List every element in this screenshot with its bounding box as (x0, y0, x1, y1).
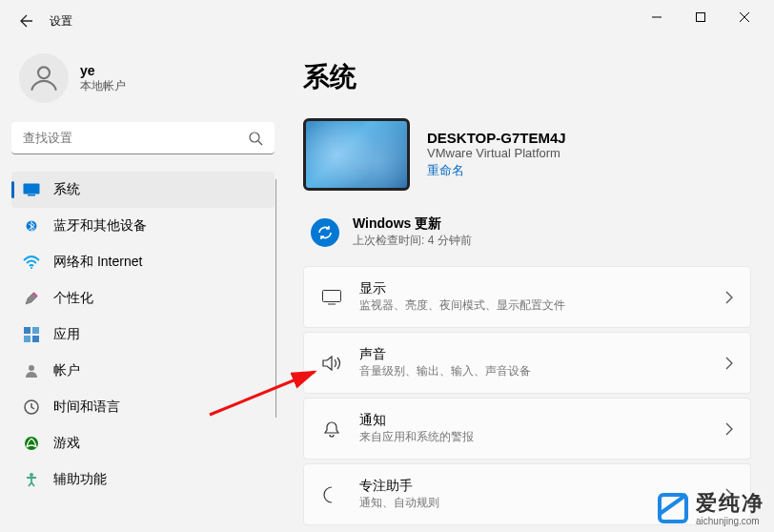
card-notifications[interactable]: 通知 来自应用和系统的警报 (303, 398, 751, 460)
sidebar-item-accessibility[interactable]: 辅助功能 (11, 461, 275, 498)
nav-label: 网络和 Internet (53, 254, 142, 271)
nav-label: 系统 (53, 181, 80, 198)
sidebar-item-accounts[interactable]: 帐户 (11, 353, 275, 389)
accounts-icon (23, 362, 40, 379)
device-platform: VMware Virtual Platform (427, 146, 566, 160)
focus-icon (321, 486, 342, 503)
app-title: 设置 (50, 13, 72, 30)
card-subtitle: 音量级别、输出、输入、声音设备 (359, 363, 708, 379)
svg-point-13 (29, 365, 34, 371)
close-button[interactable] (723, 2, 766, 32)
main-content: 系统 DESKTOP-G7TEM4J VMware Virtual Platfo… (286, 42, 774, 532)
watermark-text-cn: 爱纯净 (696, 489, 764, 518)
search-box[interactable] (11, 122, 275, 154)
sidebar-item-gaming[interactable]: 游戏 (11, 425, 275, 461)
bluetooth-icon (23, 217, 40, 235)
nav-list: 系统 蓝牙和其他设备 网络和 Internet 个性化 应用 帐户 (11, 172, 275, 498)
sidebar-item-personalize[interactable]: 个性化 (11, 280, 275, 317)
windows-update-row[interactable]: Windows 更新 上次检查时间: 4 分钟前 (303, 208, 751, 266)
svg-rect-17 (323, 290, 341, 301)
search-input[interactable] (23, 131, 248, 145)
watermark-text-en: aichunjing.com (696, 516, 764, 526)
svg-rect-12 (32, 336, 39, 342)
svg-point-16 (30, 473, 33, 477)
svg-rect-9 (24, 327, 31, 334)
nav-label: 时间和语言 (53, 399, 120, 416)
minimize-icon (652, 12, 662, 22)
nav-label: 帐户 (53, 362, 80, 379)
nav-label: 应用 (53, 326, 80, 343)
card-title: 显示 (359, 280, 708, 297)
svg-line-4 (258, 141, 262, 145)
titlebar: 设置 (0, 0, 774, 42)
device-block: DESKTOP-G7TEM4J VMware Virtual Platform … (303, 118, 751, 191)
scrollbar-track[interactable] (275, 179, 276, 418)
sound-icon (321, 356, 342, 371)
svg-point-2 (38, 67, 50, 78)
chevron-right-icon (725, 422, 733, 436)
update-icon (311, 218, 339, 247)
minimize-button[interactable] (635, 2, 679, 32)
gaming-icon (23, 435, 40, 452)
avatar (19, 53, 69, 103)
svg-point-3 (250, 133, 259, 142)
device-name: DESKTOP-G7TEM4J (427, 130, 566, 146)
sidebar-item-apps[interactable]: 应用 (11, 317, 275, 353)
back-button[interactable] (8, 2, 46, 40)
nav-label: 辅助功能 (53, 471, 107, 488)
page-title: 系统 (303, 59, 751, 95)
svg-rect-11 (24, 336, 31, 342)
card-sound[interactable]: 声音 音量级别、输出、输入、声音设备 (303, 332, 751, 394)
back-arrow-icon (19, 13, 34, 29)
svg-rect-6 (28, 194, 35, 196)
apps-icon (23, 326, 40, 343)
sidebar-item-time[interactable]: 时间和语言 (11, 389, 275, 425)
user-name: ye (80, 63, 126, 78)
rename-link[interactable]: 重命名 (427, 162, 566, 179)
chevron-right-icon (725, 291, 733, 304)
card-title: 声音 (359, 346, 708, 363)
card-display[interactable]: 显示 监视器、亮度、夜间模式、显示配置文件 (303, 266, 751, 328)
avatar-icon (28, 62, 60, 94)
svg-point-8 (31, 267, 32, 269)
svg-rect-1 (697, 13, 705, 22)
watermark: 爱纯净 aichunjing.com (656, 489, 764, 526)
maximize-icon (696, 12, 705, 22)
watermark-logo-icon (656, 491, 690, 525)
sidebar-item-bluetooth[interactable]: 蓝牙和其他设备 (11, 208, 275, 244)
time-icon (23, 399, 40, 416)
network-icon (23, 254, 40, 271)
update-subtitle: 上次检查时间: 4 分钟前 (353, 233, 472, 249)
sidebar-item-network[interactable]: 网络和 Internet (11, 244, 275, 280)
sidebar: ye 本地帐户 系统 蓝牙和其他设备 网络和 Internet (0, 42, 286, 532)
sidebar-item-system[interactable]: 系统 (11, 172, 275, 208)
accessibility-icon (23, 471, 40, 488)
close-icon (740, 12, 749, 22)
card-title: 通知 (359, 412, 708, 429)
nav-label: 游戏 (53, 435, 80, 452)
user-block[interactable]: ye 本地帐户 (11, 42, 275, 122)
window-controls (635, 10, 766, 32)
chevron-right-icon (725, 357, 733, 370)
nav-label: 个性化 (53, 290, 93, 307)
card-subtitle: 来自应用和系统的警报 (359, 429, 708, 445)
svg-rect-5 (24, 184, 40, 194)
maximize-button[interactable] (679, 2, 723, 32)
nav-label: 蓝牙和其他设备 (53, 217, 147, 235)
svg-rect-10 (32, 327, 39, 334)
update-title: Windows 更新 (353, 215, 472, 233)
search-icon (248, 131, 263, 146)
card-subtitle: 监视器、亮度、夜间模式、显示配置文件 (359, 297, 708, 314)
notifications-icon (321, 420, 342, 438)
user-type: 本地帐户 (80, 78, 126, 94)
personalize-icon (23, 290, 40, 307)
display-icon (321, 290, 342, 305)
system-icon (23, 181, 40, 198)
device-thumbnail (303, 118, 410, 191)
